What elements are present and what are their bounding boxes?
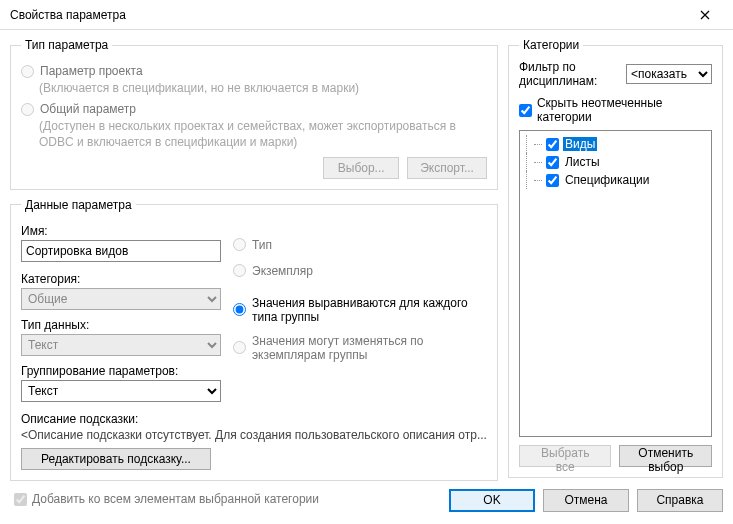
choose-button: Выбор... [323,157,399,179]
category-label: Категория: [21,272,221,286]
deselect-all-button[interactable]: Отменить выбор [619,445,712,467]
vary-per-instance-label: Значения могут изменяться по экземплярам… [252,334,487,362]
add-to-all-checkbox [14,493,27,506]
tree-item[interactable]: Виды [522,135,709,153]
select-all-button: Выбрать все [519,445,612,467]
align-per-group-label: Значения выравниваются для каждого типа … [252,296,487,324]
edit-tooltip-button[interactable]: Редактировать подсказку... [21,448,211,470]
project-parameter-label: Параметр проекта [40,64,143,78]
parameter-data-legend: Данные параметра [21,198,136,212]
filter-label: Фильтр по дисциплинам: [519,60,620,88]
align-per-group-radio[interactable] [233,303,246,316]
category-select: Общие [21,288,221,310]
shared-parameter-radio [21,103,34,116]
filter-select[interactable]: <показать [626,64,712,84]
close-button[interactable] [685,1,725,29]
tree-item[interactable]: Листы [522,153,709,171]
shared-parameter-hint: (Доступен в нескольких проектах и семейс… [39,118,487,150]
categories-tree[interactable]: Виды Листы Спецификации [519,130,712,437]
datatype-select: Текст [21,334,221,356]
help-button[interactable]: Справка [637,489,723,512]
shared-parameter-label: Общий параметр [40,102,136,116]
instance-radio-label: Экземпляр [252,264,313,278]
project-parameter-radio [21,65,34,78]
parameter-data-group: Данные параметра Имя: Категория: Общие Т… [10,198,498,481]
window-title: Свойства параметра [10,8,126,22]
grouping-select[interactable]: Текст [21,380,221,402]
export-button: Экспорт... [407,157,487,179]
tree-item-label: Листы [563,155,602,169]
categories-group: Категории Фильтр по дисциплинам: <показа… [508,38,723,478]
instance-radio [233,264,246,277]
ok-button[interactable]: OK [449,489,535,512]
categories-legend: Категории [519,38,583,52]
add-to-all-label: Добавить ко всем элементам выбранной кат… [32,492,319,506]
tree-item-checkbox[interactable] [546,138,559,151]
titlebar: Свойства параметра [0,0,733,30]
tree-item-checkbox[interactable] [546,156,559,169]
vary-per-instance-radio [233,341,246,354]
name-label: Имя: [21,224,221,238]
close-icon [700,10,710,20]
tree-item-label: Виды [563,137,597,151]
tree-item[interactable]: Спецификации [522,171,709,189]
tree-item-label: Спецификации [563,173,651,187]
datatype-label: Тип данных: [21,318,221,332]
tooltip-desc: <Описание подсказки отсутствует. Для соз… [21,428,487,442]
hide-unchecked-label: Скрыть неотмеченные категории [537,96,712,124]
type-radio-label: Тип [252,238,272,252]
tree-item-checkbox[interactable] [546,174,559,187]
type-radio [233,238,246,251]
parameter-type-group: Тип параметра Параметр проекта (Включает… [10,38,498,190]
project-parameter-hint: (Включается в спецификации, но не включа… [39,80,487,96]
tooltip-label: Описание подсказки: [21,412,487,426]
name-input[interactable] [21,240,221,262]
cancel-button[interactable]: Отмена [543,489,629,512]
grouping-label: Группирование параметров: [21,364,221,378]
hide-unchecked-checkbox[interactable] [519,104,532,117]
parameter-type-legend: Тип параметра [21,38,112,52]
